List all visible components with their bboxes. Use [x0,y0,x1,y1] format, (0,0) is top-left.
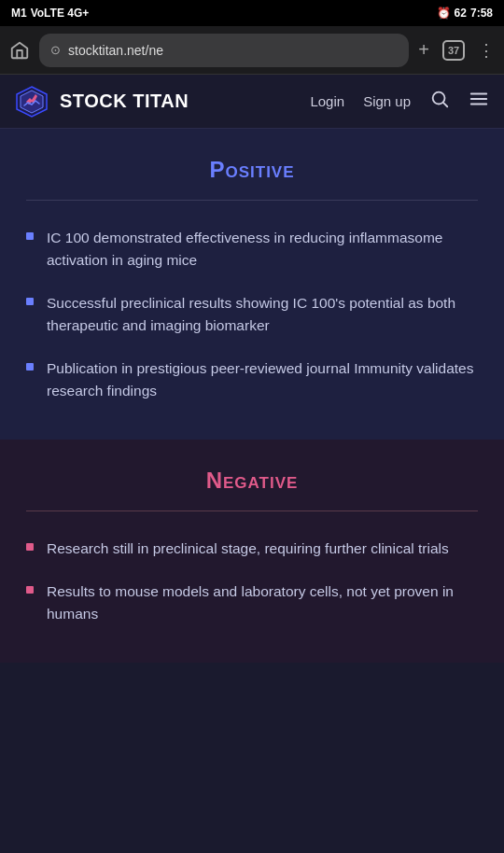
home-button[interactable] [9,40,30,61]
bullet-marker-icon [26,298,34,305]
list-item: IC 100 demonstrated effectiveness in red… [26,227,478,272]
status-left: M1 VoLTE 4G+ [11,7,89,20]
positive-bullet-2: Successful preclinical results showing I… [47,292,478,337]
site-title: STOCK TITAN [60,91,299,112]
bullet-marker-icon [26,586,34,594]
negative-bullet-1: Research still in preclinical stage, req… [47,538,478,560]
browser-chrome: ⊙ stocktitan.net/ne + 37 ⋮ [0,26,504,75]
svg-line-2 [443,103,447,106]
positive-divider [26,200,478,201]
login-link[interactable]: Login [310,93,344,109]
url-text: stocktitan.net/ne [68,43,163,58]
positive-bullet-list: IC 100 demonstrated effectiveness in red… [26,227,478,402]
negative-bullet-2: Results to mouse models and laboratory c… [47,580,478,625]
url-bar[interactable]: ⊙ stocktitan.net/ne [39,34,409,67]
nav-actions: Login Sign up [310,89,489,114]
url-security-icon: ⊙ [50,43,61,57]
menu-icon[interactable] [469,89,489,114]
positive-section: Positive IC 100 demonstrated effectivene… [0,129,504,440]
negative-section-title: Negative [26,468,478,494]
search-icon[interactable] [429,89,450,114]
alarm-icon: ⏰ [437,7,451,20]
browser-menu-button[interactable]: ⋮ [478,40,495,61]
negative-bullet-list: Research still in preclinical stage, req… [26,538,478,625]
tab-count-button[interactable]: 37 [442,40,465,61]
time-label: 7:58 [470,7,493,20]
status-bar: M1 VoLTE 4G+ ⏰ 62 7:58 [0,0,504,26]
status-right: ⏰ 62 7:58 [437,7,493,20]
negative-divider [26,510,478,511]
positive-section-title: Positive [26,157,478,183]
bullet-marker-icon [26,543,34,551]
new-tab-button[interactable]: + [418,39,429,61]
network-label: VoLTE 4G+ [31,7,90,20]
list-item: Publication in prestigious peer-reviewed… [26,357,478,402]
bullet-marker-icon [26,232,34,240]
negative-section: Negative Research still in preclinical s… [0,440,504,663]
main-content: Positive IC 100 demonstrated effectivene… [0,129,504,663]
carrier-label: M1 [11,7,27,20]
browser-actions-group: + 37 ⋮ [418,39,495,61]
battery-label: 62 [455,7,467,20]
positive-bullet-1: IC 100 demonstrated effectiveness in red… [47,227,478,272]
site-header: STOCK TITAN Login Sign up [0,75,504,129]
signup-link[interactable]: Sign up [363,93,411,109]
positive-bullet-3: Publication in prestigious peer-reviewed… [47,357,478,402]
list-item: Research still in preclinical stage, req… [26,538,478,560]
logo-icon [15,85,49,119]
list-item: Successful preclinical results showing I… [26,292,478,337]
bullet-marker-icon [26,363,34,371]
list-item: Results to mouse models and laboratory c… [26,580,478,625]
